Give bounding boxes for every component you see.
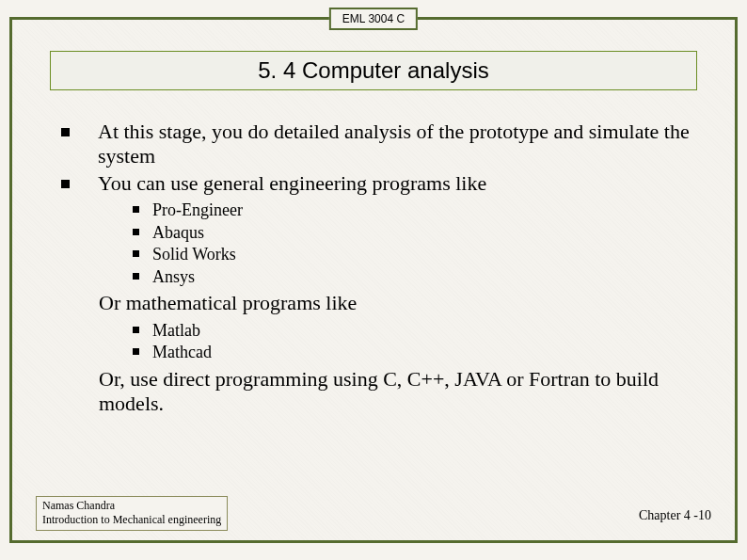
square-bullet-icon (61, 180, 70, 188)
square-bullet-icon (133, 206, 139, 213)
bullet-text: You can use general engineering programs… (98, 171, 707, 196)
footer-author-box: Namas Chandra Introduction to Mechanical… (36, 496, 228, 531)
list-item: Solid Works (133, 244, 707, 265)
square-bullet-icon (61, 128, 70, 136)
footer-subtitle: Introduction to Mechanical engineering (42, 513, 221, 528)
list-item: Ansys (133, 266, 707, 288)
slide-frame: 5. 4 Computer analysis At this stage, yo… (9, 17, 738, 543)
list-item: Pro-Engineer (133, 200, 707, 221)
list-item-text: Mathcad (152, 342, 212, 363)
list-item: Matlab (133, 320, 707, 342)
list-item: Mathcad (133, 342, 707, 363)
list-item-text: Abaqus (152, 222, 204, 244)
footer-chapter: Chapter 4 -10 (639, 508, 711, 523)
bullet-text: At this stage, you do detailed analysis … (98, 120, 707, 169)
bullet-item: At this stage, you do detailed analysis … (40, 120, 707, 169)
slide-content: At this stage, you do detailed analysis … (40, 120, 707, 416)
square-bullet-icon (133, 229, 139, 235)
square-bullet-icon (133, 250, 139, 257)
footer-author: Namas Chandra (42, 499, 221, 514)
math-programs-list: Matlab Mathcad (133, 320, 707, 363)
list-item-text: Solid Works (152, 244, 236, 265)
square-bullet-icon (133, 327, 139, 333)
square-bullet-icon (133, 348, 139, 355)
square-bullet-icon (133, 273, 139, 280)
continuation-text: Or, use direct programming using C, C++,… (99, 367, 707, 417)
list-item-text: Matlab (152, 320, 200, 342)
bullet-item: You can use general engineering programs… (40, 171, 707, 196)
slide-title: 5. 4 Computer analysis (50, 51, 697, 90)
list-item-text: Ansys (152, 266, 195, 288)
continuation-text: Or mathematical programs like (99, 291, 707, 315)
engineering-programs-list: Pro-Engineer Abaqus Solid Works Ansys (133, 200, 707, 287)
course-tag: EML 3004 C (329, 8, 418, 30)
list-item: Abaqus (133, 222, 707, 244)
list-item-text: Pro-Engineer (152, 200, 243, 221)
